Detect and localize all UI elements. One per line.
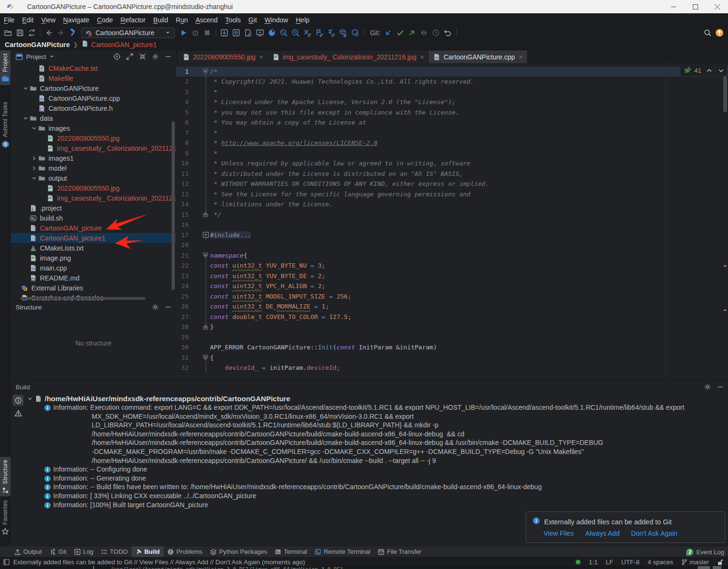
menu-git[interactable]: Git: [245, 14, 261, 26]
tree-item-images[interactable]: images: [11, 123, 176, 133]
update-icon[interactable]: [715, 29, 724, 37]
tree-item-cmakecache-txt[interactable]: CMakeCache.txt: [11, 63, 176, 73]
editor-tab-20220809005550-jpg[interactable]: 20220809005550.jpg×: [178, 50, 268, 63]
cube-sync-icon[interactable]: [339, 29, 347, 37]
toolwindow-remote-terminal[interactable]: Remote Terminal: [311, 546, 374, 558]
gear-icon[interactable]: [704, 383, 711, 391]
project-tree-horizontal-scrollbar[interactable]: [20, 297, 145, 300]
run-configuration-selector[interactable]: CartoonGANPicture: [81, 28, 175, 38]
chevron-right-icon[interactable]: [30, 154, 38, 162]
git-revert-icon[interactable]: [443, 29, 452, 37]
tree-item--project[interactable]: {...project: [11, 203, 176, 213]
stripe-button-automl-tasks[interactable]: Automl Tasks: [0, 99, 10, 151]
warning-filter-icon[interactable]: [13, 408, 23, 418]
menu-navigate[interactable]: Navigate: [59, 14, 93, 26]
menu-view[interactable]: View: [38, 14, 59, 26]
build-log-entry[interactable]: Information: -- Configuring done: [26, 465, 728, 474]
open-folder-icon[interactable]: [4, 29, 12, 37]
stop-icon[interactable]: [203, 29, 211, 37]
menu-code[interactable]: Code: [93, 14, 116, 26]
stripe-button-structure[interactable]: Structure: [0, 457, 10, 496]
chevron-up-icon[interactable]: [706, 68, 712, 74]
tree-item-image-png[interactable]: image.png: [11, 253, 176, 263]
tree-item-images1[interactable]: images1: [11, 153, 176, 163]
hammer-icon[interactable]: [68, 29, 77, 37]
toolwindow-problems[interactable]: Problems: [163, 546, 206, 558]
code-editor[interactable]: 1/*2 * Copyright(C) 2021. Huawei Technol…: [176, 63, 728, 380]
play-icon[interactable]: [179, 29, 188, 37]
fold-open-icon[interactable]: [203, 252, 208, 260]
chevron-down-icon[interactable]: [30, 125, 38, 132]
toolwindow-file-transfer[interactable]: File Transfer: [374, 546, 425, 558]
debug-icon[interactable]: [191, 29, 200, 37]
menu-file[interactable]: File: [0, 14, 19, 26]
gear-icon[interactable]: [152, 303, 159, 311]
event-log-widget[interactable]: 2Event Log: [686, 546, 724, 558]
line-separator[interactable]: LF: [606, 559, 613, 566]
close-tab-icon[interactable]: ×: [259, 55, 263, 59]
toolwindow-output[interactable]: Output: [10, 546, 46, 558]
toolwindow-python-packages[interactable]: Python Packages: [206, 546, 271, 558]
close-tab-icon[interactable]: ×: [519, 55, 523, 59]
search-icon[interactable]: [703, 29, 712, 37]
locate-icon[interactable]: [113, 53, 121, 60]
stripe-button-favorites[interactable]: Favorites: [0, 497, 10, 538]
fold-end-icon[interactable]: [203, 324, 208, 331]
build-root-node[interactable]: ?/home/HwHiAiUser/mindxsdk-referenceapps…: [26, 394, 728, 403]
tree-item-20220809005550-jpg[interactable]: 20220809005550.jpg: [11, 183, 176, 193]
fold-end-icon[interactable]: [203, 212, 208, 219]
dropdown-icon[interactable]: [48, 53, 56, 60]
git-diff-icon[interactable]: [420, 29, 428, 37]
close-tab-icon[interactable]: ×: [420, 55, 424, 59]
toolwindow-log[interactable]: Log: [70, 546, 97, 558]
build-log-entry[interactable]: Information: -- Build files have been wr…: [26, 482, 728, 492]
menu-edit[interactable]: Edit: [19, 14, 38, 26]
chevron-down-icon[interactable]: [30, 174, 38, 182]
toolwindow-todo[interactable]: TODO: [97, 546, 131, 558]
gear-icon[interactable]: [152, 53, 159, 60]
stripe-button-project[interactable]: Project: [0, 50, 10, 85]
inspections-widget[interactable]: 41: [680, 65, 727, 76]
monitor-play-icon[interactable]: [256, 29, 264, 37]
tree-item-cartoonganpicture-h[interactable]: HCartoonGANPicture.h: [11, 103, 176, 113]
tree-item-readme-md[interactable]: MDREADME.md: [11, 273, 176, 283]
caret-position[interactable]: 1:1: [589, 559, 598, 566]
menu-window[interactable]: Window: [261, 14, 292, 26]
tree-item-img-casestudy-colorizationin-20211216-jpg[interactable]: img_casestudy_ Colorizationin_20211216.j…: [11, 193, 176, 203]
editor-scrollbar[interactable]: [723, 76, 727, 112]
box-download-icon[interactable]: [220, 29, 229, 37]
chevron-down-icon[interactable]: [26, 395, 34, 403]
minimize-window-button[interactable]: [662, 0, 684, 13]
forward-icon[interactable]: [57, 29, 65, 37]
doc-gear-icon[interactable]: [244, 29, 252, 37]
tree-item-cartoongan-picture1[interactable]: ?CartoonGAN_picture1: [11, 233, 176, 243]
indent-setting[interactable]: 4 spaces: [648, 559, 673, 566]
minimize-icon[interactable]: [164, 53, 172, 60]
tree-item-cartoonganpicture[interactable]: CartoonGANPicture: [11, 83, 176, 93]
menu-ascend[interactable]: Ascend: [192, 14, 221, 26]
lock-icon[interactable]: [717, 559, 723, 566]
minimize-icon[interactable]: [717, 383, 724, 391]
tree-item-cartoongan-picture[interactable]: ?CartoonGAN_picture: [11, 223, 176, 233]
chevron-down-icon[interactable]: [22, 85, 29, 92]
breadcrumb-target[interactable]: CartoonGAN_picture1: [91, 41, 157, 48]
flag-sync-icon[interactable]: [315, 29, 324, 37]
git-history-icon[interactable]: [431, 29, 440, 37]
git-push-icon[interactable]: [408, 29, 416, 37]
tree-item-cmakelists-txt[interactable]: CMakeLists.txt: [11, 243, 176, 253]
fold-open-icon[interactable]: [203, 355, 208, 362]
menu-run[interactable]: Run: [172, 14, 192, 26]
chevron-right-icon[interactable]: [30, 164, 38, 172]
menu-tools[interactable]: Tools: [221, 14, 245, 26]
save-icon[interactable]: [16, 29, 24, 37]
notification-action-view-files[interactable]: View Files: [544, 530, 574, 537]
editor-tab-cartoonganpicture-cpp[interactable]: C+CartoonGANPicture.cpp×: [429, 50, 527, 63]
build-log-entry[interactable]: Information: -- Generating done: [26, 474, 728, 483]
tree-item-external-libraries[interactable]: External Libraries: [11, 283, 176, 293]
tree-item-makefile[interactable]: Makefile: [11, 73, 176, 83]
tree-item-main-cpp[interactable]: C+main.cpp: [11, 263, 176, 273]
project-tree-vertical-scrollbar[interactable]: [172, 121, 175, 290]
git-branch-widget[interactable]: master: [681, 559, 709, 566]
minimize-icon[interactable]: [164, 303, 172, 311]
expand-all-icon[interactable]: [126, 53, 134, 60]
